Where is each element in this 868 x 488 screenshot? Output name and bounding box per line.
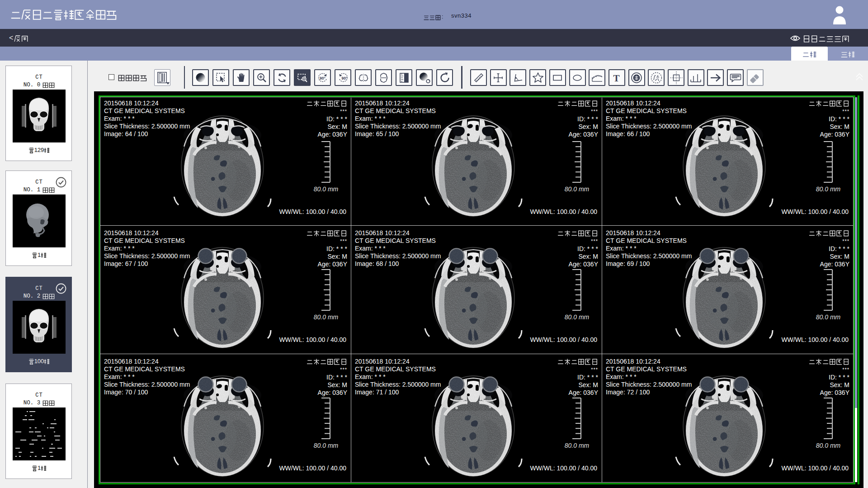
svg-text:90°: 90°	[341, 76, 347, 81]
svg-text:T: T	[613, 72, 620, 83]
svg-text:90°: 90°	[320, 76, 326, 81]
